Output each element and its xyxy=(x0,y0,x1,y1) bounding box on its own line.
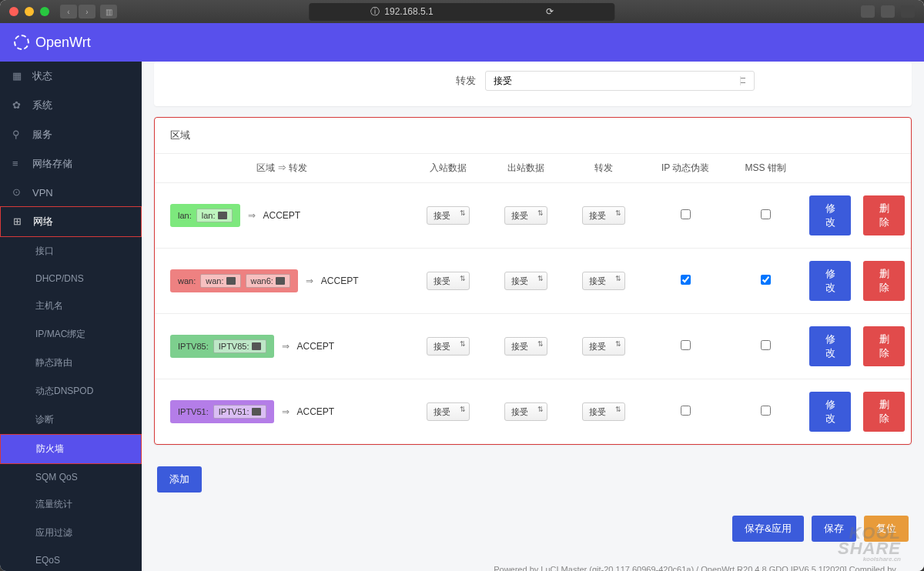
address-bar[interactable]: ⓘ 192.168.5.1 ⟳ xyxy=(309,3,614,21)
sidebar-sub-SQM QoS[interactable]: SQM QoS xyxy=(0,464,142,490)
zone-input-select[interactable]: 接受 xyxy=(427,206,470,225)
zone-mss-checkbox[interactable] xyxy=(761,275,771,285)
zone-output-select[interactable]: 接受 xyxy=(504,402,547,421)
delete-zone-button[interactable]: 删除 xyxy=(863,326,905,366)
zone-col-6 xyxy=(803,154,857,183)
sidebar-sub-主机名[interactable]: 主机名 xyxy=(0,292,142,320)
zone-row-IPTV51: IPTV51:IPTV51: ⇒ACCEPT接受接受接受修改删除 xyxy=(155,379,911,445)
zone-col-7 xyxy=(857,154,911,183)
zone-masq-checkbox[interactable] xyxy=(681,209,691,219)
forward-button[interactable]: › xyxy=(79,5,95,18)
forward-select[interactable]: 接受 xyxy=(485,71,755,91)
net-badge: wan: xyxy=(200,274,240,288)
zone-name: wan: xyxy=(178,276,196,286)
sidebar-sub-应用过滤[interactable]: 应用过滤 xyxy=(0,519,142,547)
app-header: OpenWrt xyxy=(0,23,924,62)
sidebar-sub-IP/MAC绑定[interactable]: IP/MAC绑定 xyxy=(0,320,142,349)
zone-forward-select[interactable]: 接受 xyxy=(582,337,625,356)
sidebar-item-服务[interactable]: ⚲服务 xyxy=(0,120,142,149)
save-button[interactable]: 保存 xyxy=(812,516,856,542)
zone-target: ACCEPT xyxy=(263,210,301,221)
zone-target: ACCEPT xyxy=(297,406,335,417)
zone-mss-checkbox[interactable] xyxy=(761,340,771,350)
sidebar-item-label: VPN xyxy=(32,187,53,199)
zone-col-2: 出站数据 xyxy=(487,154,564,183)
zone-row-wan: wan:wan: wan6: ⇒ACCEPT接受接受接受修改删除 xyxy=(155,249,911,314)
zone-col-3: 转发 xyxy=(565,154,643,183)
sidebar-sub-DHCP/DNS[interactable]: DHCP/DNS xyxy=(0,265,142,292)
zone-input-select[interactable]: 接受 xyxy=(427,402,470,421)
sidebar-toggle-icon[interactable]: ▥ xyxy=(100,5,117,18)
sidebar-sub-诊断[interactable]: 诊断 xyxy=(0,406,142,434)
interface-icon xyxy=(226,277,236,285)
zone-target: ACCEPT xyxy=(297,341,335,352)
forward-label: 转发 xyxy=(154,74,485,88)
zone-forward-select[interactable]: 接受 xyxy=(582,272,625,290)
zone-row-lan: lan:lan: ⇒ACCEPT接受接受接受修改删除 xyxy=(155,183,911,249)
openwrt-logo-icon xyxy=(14,35,29,50)
minimize-window-icon[interactable] xyxy=(25,7,34,16)
new-tab-icon[interactable] xyxy=(901,5,915,18)
zone-input-select[interactable]: 接受 xyxy=(427,272,470,290)
sidebar: ▦状态✿系统⚲服务≡网络存储⊙VPN⊞网络接口DHCP/DNS主机名IP/MAC… xyxy=(0,62,142,571)
sidebar-sub-防火墙[interactable]: 防火墙 xyxy=(1,435,141,463)
maximize-window-icon[interactable] xyxy=(40,7,49,16)
share-icon[interactable] xyxy=(861,5,875,18)
zone-badge: IPTV85:IPTV85: xyxy=(170,335,274,358)
page-actions: 保存&应用 保存 复位 xyxy=(154,493,912,549)
back-button[interactable]: ‹ xyxy=(60,5,77,18)
sidebar-item-VPN[interactable]: ⊙VPN xyxy=(0,179,142,206)
zone-forward-select[interactable]: 接受 xyxy=(582,402,625,421)
zone-col-4: IP 动态伪装 xyxy=(643,154,728,183)
lock-icon: ⓘ xyxy=(370,5,380,18)
reset-button[interactable]: 复位 xyxy=(864,516,909,542)
zone-name: IPTV51: xyxy=(178,407,209,416)
zone-input-select[interactable]: 接受 xyxy=(427,337,470,356)
delete-zone-button[interactable]: 删除 xyxy=(863,195,905,235)
net-badge: lan: xyxy=(196,209,233,222)
zone-output-select[interactable]: 接受 xyxy=(504,337,547,356)
zone-mss-checkbox[interactable] xyxy=(761,406,771,416)
edit-zone-button[interactable]: 修改 xyxy=(809,326,851,366)
delete-zone-button[interactable]: 删除 xyxy=(863,392,905,432)
sidebar-item-label: 系统 xyxy=(32,99,52,112)
zone-output-select[interactable]: 接受 xyxy=(504,206,547,225)
net-badge: IPTV85: xyxy=(213,339,266,353)
zone-masq-checkbox[interactable] xyxy=(681,406,691,416)
sidebar-sub-静态路由[interactable]: 静态路由 xyxy=(0,349,142,377)
sidebar-item-状态[interactable]: ▦状态 xyxy=(0,62,142,91)
sidebar-sub-动态DNSPOD[interactable]: 动态DNSPOD xyxy=(0,377,142,406)
zones-title: 区域 xyxy=(155,118,911,153)
sidebar-item-label: 状态 xyxy=(32,69,52,83)
edit-zone-button[interactable]: 修改 xyxy=(809,195,851,235)
tabs-icon[interactable] xyxy=(881,5,895,18)
edit-zone-button[interactable]: 修改 xyxy=(809,261,851,301)
zone-masq-checkbox[interactable] xyxy=(681,340,691,350)
sidebar-sub-流量统计[interactable]: 流量统计 xyxy=(0,490,142,519)
sidebar-item-network[interactable]: ⊞网络 xyxy=(1,207,141,236)
sidebar-sub-EQoS[interactable]: EQoS xyxy=(0,547,142,571)
arrow-icon: ⇒ xyxy=(282,406,290,417)
delete-zone-button[interactable]: 删除 xyxy=(863,261,905,301)
sidebar-item-网络存储[interactable]: ≡网络存储 xyxy=(0,149,142,179)
arrow-icon: ⇒ xyxy=(282,341,290,352)
zones-panel: 区域 区域 ⇒ 转发入站数据出站数据转发IP 动态伪装MSS 钳制 lan:la… xyxy=(154,117,912,445)
sidebar-item-label: 网络存储 xyxy=(32,157,72,171)
zone-output-select[interactable]: 接受 xyxy=(504,272,547,290)
edit-zone-button[interactable]: 修改 xyxy=(809,392,851,432)
reload-icon[interactable]: ⟳ xyxy=(546,6,554,17)
close-window-icon[interactable] xyxy=(9,7,18,16)
dashboard-icon: ▦ xyxy=(12,70,25,82)
browser-titlebar: ‹ › ▥ ⓘ 192.168.5.1 ⟳ xyxy=(0,0,924,23)
zone-forward-select[interactable]: 接受 xyxy=(582,206,625,225)
save-apply-button[interactable]: 保存&应用 xyxy=(732,516,804,542)
key-icon: ⊙ xyxy=(12,186,25,199)
zone-mss-checkbox[interactable] xyxy=(761,209,771,219)
zone-masq-checkbox[interactable] xyxy=(681,275,691,285)
sidebar-sub-接口[interactable]: 接口 xyxy=(0,237,142,265)
sidebar-item-系统[interactable]: ✿系统 xyxy=(0,91,142,120)
sitemap-icon: ⊞ xyxy=(13,215,25,228)
zone-col-0: 区域 ⇒ 转发 xyxy=(155,154,409,183)
add-zone-button[interactable]: 添加 xyxy=(157,466,202,493)
link-icon: ⚲ xyxy=(12,129,25,141)
